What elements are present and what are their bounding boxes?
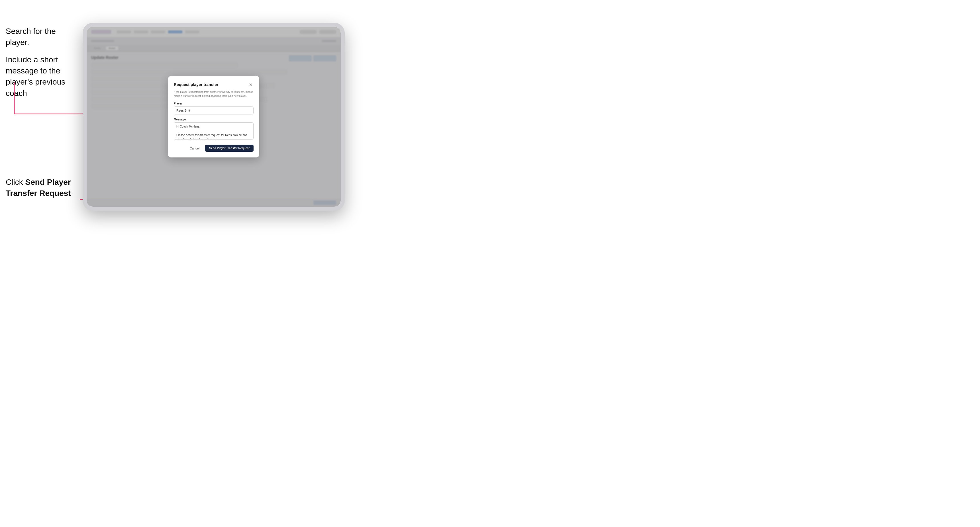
modal-overlay: Request player transfer ✕ If the player … (87, 27, 341, 207)
tablet-device: Roster Roster Update Roster (83, 23, 345, 211)
transfer-modal: Request player transfer ✕ If the player … (168, 76, 259, 157)
cancel-button[interactable]: Cancel (186, 145, 203, 152)
player-input[interactable] (174, 106, 253, 114)
player-field-label: Player (174, 102, 253, 105)
annotation-click: Click Send Player Transfer Request (6, 176, 74, 199)
modal-footer: Cancel Send Player Transfer Request (174, 144, 253, 152)
annotation-search: Search for the player. (6, 25, 80, 48)
message-textarea[interactable]: Hi Coach McHarg, Please accept this tran… (174, 122, 253, 140)
annotation-message: Include a short message to the player's … (6, 54, 86, 99)
modal-header: Request player transfer ✕ (174, 82, 253, 87)
message-field-label: Message (174, 118, 253, 121)
send-transfer-button[interactable]: Send Player Transfer Request (205, 144, 253, 152)
modal-close-button[interactable]: ✕ (248, 82, 253, 87)
modal-title: Request player transfer (174, 82, 218, 87)
modal-description: If the player is transferring from anoth… (174, 90, 253, 98)
tablet-screen: Roster Roster Update Roster (87, 27, 341, 207)
